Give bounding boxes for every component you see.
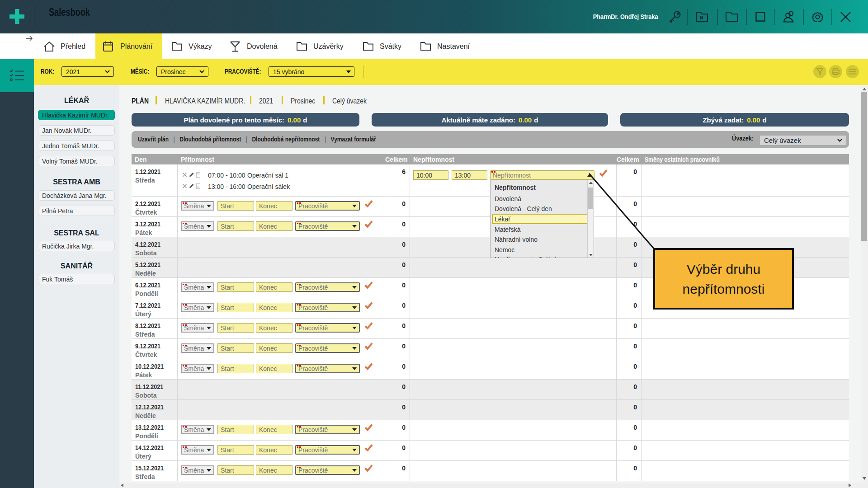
svg-text:N: N: [700, 15, 703, 20]
